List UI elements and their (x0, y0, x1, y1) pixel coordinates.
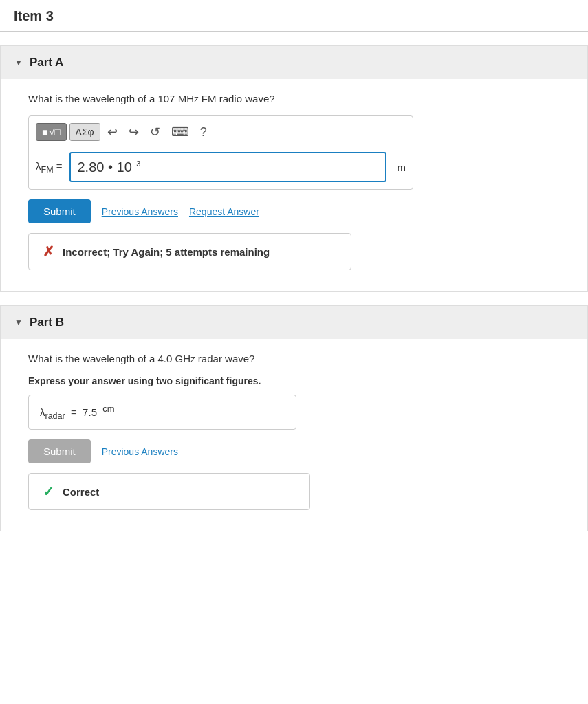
page-title: Item 3 (14, 8, 54, 23)
part-b-content: What is the wavelength of a 4.0 GHz rada… (1, 339, 587, 531)
greek-label: ΑΣφ (76, 126, 94, 138)
part-b-feedback-box: ✓ Correct (28, 473, 310, 510)
math-input-row: λFM = 2.80 • 10−3 m (36, 152, 406, 182)
math-input-field[interactable]: 2.80 • 10−3 (69, 152, 386, 182)
help-button[interactable]: ? (196, 124, 211, 141)
part-a-content: What is the wavelength of a 107 MHz FM r… (1, 79, 587, 291)
math-expression: 2.80 • 10−3 (78, 160, 141, 175)
part-b-question: What is the wavelength of a 4.0 GHz rada… (28, 353, 560, 364)
page-header: Item 3 (0, 0, 588, 32)
lambda-fm-label: λFM = (36, 160, 63, 175)
part-b-header[interactable]: ▼ Part B (1, 306, 587, 339)
chevron-down-icon-b: ▼ (14, 318, 23, 327)
math-toolbar: ■ √□ ΑΣφ ↩ ↪ ↺ ⌨ ? (36, 123, 406, 145)
part-a-section: ▼ Part A What is the wavelength of a 107… (0, 45, 588, 292)
redo-button[interactable]: ↪ (124, 123, 143, 141)
reset-button[interactable]: ↺ (146, 123, 164, 141)
incorrect-icon: ✗ (43, 243, 54, 260)
part-a-submit-button[interactable]: Submit (28, 199, 91, 223)
part-a-previous-answers-link[interactable]: Previous Answers (102, 206, 178, 217)
express-note: Express your answer using two significan… (28, 375, 560, 386)
part-b-lambda-label: λradar = 7.5 cm (40, 404, 115, 421)
part-b-unit: GHz (175, 353, 195, 364)
part-b-feedback-text: Correct (63, 486, 99, 498)
correct-icon: ✓ (43, 483, 54, 500)
math-input-wrapper: ■ √□ ΑΣφ ↩ ↪ ↺ ⌨ ? λFM = 2.80 • 10−3 m (28, 116, 413, 190)
matrix-icon: ■ (42, 126, 47, 138)
part-a-feedback-box: ✗ Incorrect; Try Again; 5 attempts remai… (28, 233, 351, 270)
part-b-submit-button[interactable]: Submit (28, 439, 91, 463)
part-a-header[interactable]: ▼ Part A (1, 46, 587, 79)
undo-button[interactable]: ↩ (103, 123, 122, 141)
part-a-request-answer-link[interactable]: Request Answer (189, 206, 259, 217)
unit-label-m: m (398, 162, 406, 173)
sqrt-icon: √□ (49, 126, 60, 138)
keyboard-button[interactable]: ⌨ (167, 123, 193, 141)
part-b-section: ▼ Part B What is the wavelength of a 4.0… (0, 305, 588, 531)
part-a-question: What is the wavelength of a 107 MHz FM r… (28, 93, 560, 104)
matrix-button[interactable]: ■ √□ (36, 123, 67, 141)
part-a-label: Part A (30, 56, 63, 69)
part-b-label: Part B (30, 316, 64, 329)
part-a-unit: MHz (178, 93, 199, 104)
part-b-input-box[interactable]: λradar = 7.5 cm (28, 395, 296, 430)
greek-button[interactable]: ΑΣφ (69, 123, 100, 141)
part-a-action-row: Submit Previous Answers Request Answer (28, 199, 560, 223)
chevron-down-icon: ▼ (14, 58, 23, 67)
part-b-previous-answers-link[interactable]: Previous Answers (102, 446, 178, 457)
part-a-feedback-text: Incorrect; Try Again; 5 attempts remaini… (63, 246, 270, 258)
part-b-action-row: Submit Previous Answers (28, 439, 560, 463)
